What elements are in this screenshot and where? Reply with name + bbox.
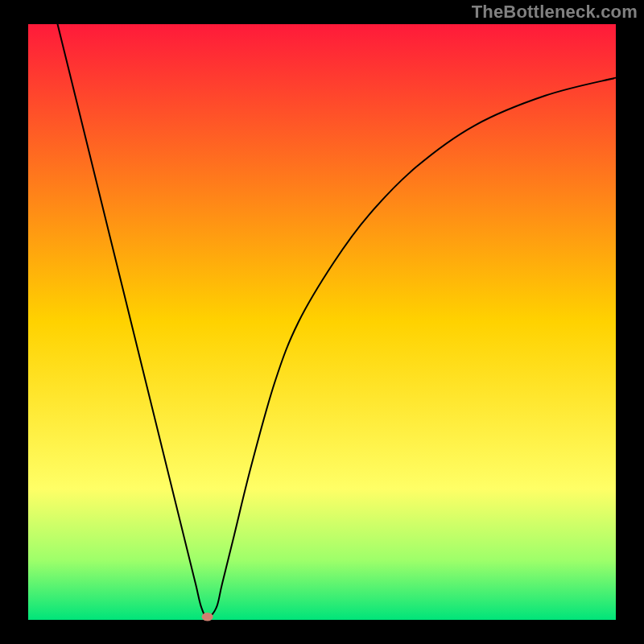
chart-canvas — [0, 0, 644, 644]
optimal-point-marker — [202, 613, 213, 621]
plot-background — [28, 24, 616, 620]
watermark-text: TheBottleneck.com — [472, 2, 638, 23]
chart-frame: TheBottleneck.com — [0, 0, 644, 644]
